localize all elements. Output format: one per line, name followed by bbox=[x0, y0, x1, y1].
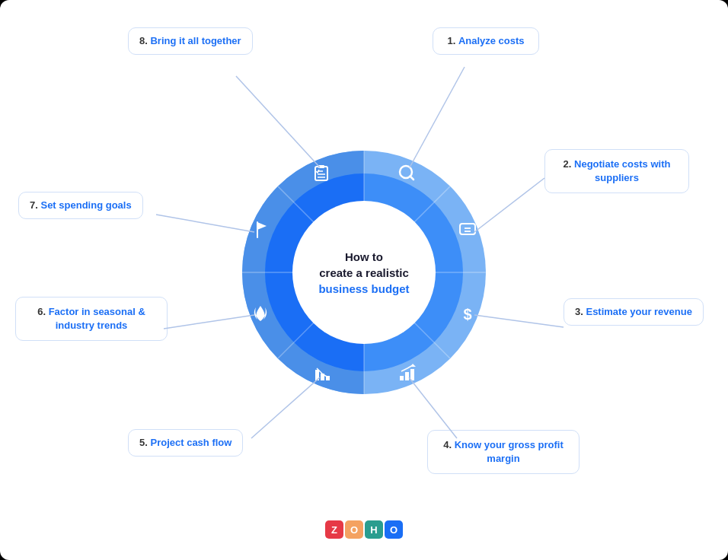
zoho-h: H bbox=[365, 520, 383, 539]
label-box-4: 4. Know your gross profit margin bbox=[427, 430, 580, 474]
item-8-label: Bring it all together bbox=[150, 35, 241, 46]
item-6-number: 6. bbox=[37, 306, 46, 317]
zoho-logo: Z O H O bbox=[324, 520, 404, 539]
label-box-5: 5. Project cash flow bbox=[128, 429, 243, 457]
zoho-z: Z bbox=[325, 520, 343, 539]
item-1-number: 1. bbox=[447, 35, 455, 46]
svg-rect-27 bbox=[318, 165, 324, 168]
svg-rect-13 bbox=[460, 224, 475, 234]
svg-rect-22 bbox=[321, 374, 324, 380]
svg-line-8 bbox=[278, 272, 364, 358]
svg-marker-20 bbox=[410, 364, 416, 367]
svg-rect-26 bbox=[315, 167, 327, 180]
svg-line-37 bbox=[156, 215, 254, 232]
item-6-label: Factor in seasonal & industry trends bbox=[49, 306, 145, 331]
item-5-number: 5. bbox=[139, 437, 148, 448]
item-7-label: Set spending goals bbox=[40, 199, 131, 211]
svg-point-2 bbox=[292, 201, 436, 344]
svg-line-6 bbox=[364, 272, 450, 358]
center-line1: How to bbox=[303, 249, 425, 265]
item-3-label: Estimate your revenue bbox=[586, 306, 691, 317]
item-1-label: Analyze costs bbox=[458, 35, 525, 46]
svg-line-4 bbox=[364, 186, 450, 272]
center-line3: business budget bbox=[303, 281, 425, 297]
item-3-number: 3. bbox=[575, 306, 583, 317]
center-line2: create a realistic bbox=[303, 265, 425, 281]
svg-point-0 bbox=[242, 151, 486, 394]
svg-point-1 bbox=[265, 173, 463, 371]
label-box-1: 1. Analyze costs bbox=[433, 27, 539, 55]
svg-rect-21 bbox=[315, 370, 319, 380]
label-box-3: 3. Estimate your revenue bbox=[564, 298, 704, 326]
item-4-number: 4. bbox=[443, 439, 452, 450]
label-box-8: 8. Bring it all together bbox=[128, 27, 253, 55]
svg-line-36 bbox=[164, 315, 254, 329]
svg-line-31 bbox=[410, 67, 465, 167]
svg-line-32 bbox=[474, 178, 544, 232]
item-5-label: Project cash flow bbox=[150, 437, 231, 448]
svg-point-11 bbox=[400, 166, 412, 178]
main-canvas: $ bbox=[0, 0, 728, 560]
zoho-o2: O bbox=[385, 520, 403, 539]
svg-rect-23 bbox=[326, 376, 330, 380]
svg-rect-19 bbox=[410, 369, 414, 380]
svg-line-38 bbox=[236, 76, 320, 167]
item-7-number: 7. bbox=[30, 199, 38, 211]
label-box-7: 7. Set spending goals bbox=[18, 192, 143, 219]
svg-rect-17 bbox=[400, 376, 404, 380]
svg-text:$: $ bbox=[463, 306, 471, 323]
svg-rect-18 bbox=[405, 372, 409, 380]
label-box-6: 6. Factor in seasonal & industry trends bbox=[15, 297, 168, 341]
svg-line-10 bbox=[278, 186, 364, 272]
svg-line-34 bbox=[409, 377, 457, 438]
svg-marker-25 bbox=[257, 222, 267, 230]
center-text: How to create a realistic business budge… bbox=[303, 249, 425, 297]
label-box-2: 2. Negotiate costs with suppliers bbox=[544, 149, 689, 193]
svg-line-12 bbox=[410, 177, 414, 180]
svg-line-35 bbox=[251, 377, 320, 438]
item-4-label: Know your gross profit margin bbox=[455, 439, 564, 464]
item-8-number: 8. bbox=[139, 35, 148, 46]
item-2-label: Negotiate costs with suppliers bbox=[574, 158, 670, 183]
item-2-number: 2. bbox=[564, 158, 572, 170]
svg-line-33 bbox=[474, 315, 564, 327]
zoho-o1: O bbox=[345, 520, 363, 539]
